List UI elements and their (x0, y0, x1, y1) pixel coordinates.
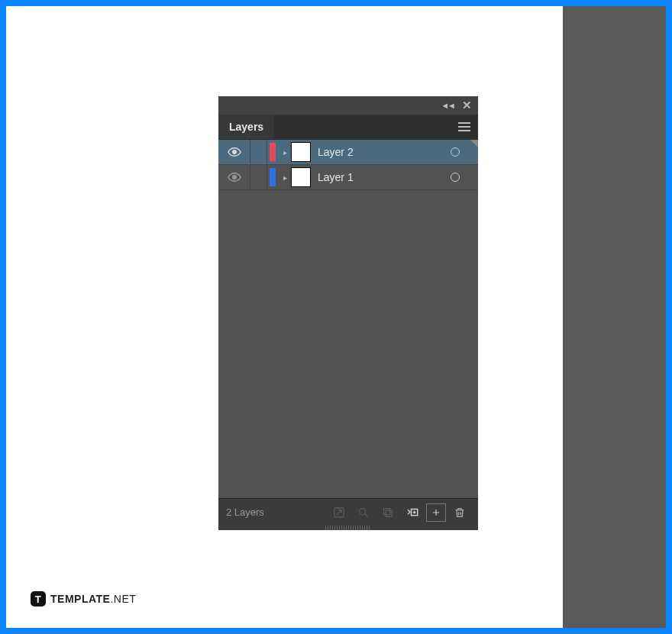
resize-grip[interactable] (325, 526, 371, 530)
layers-panel: ◄◄ ✕ Layers ▸ Layer 2 (218, 96, 478, 530)
watermark: T TEMPLATE.NET (31, 591, 136, 607)
watermark-bold: TEMPLATE (50, 593, 110, 605)
svg-point-3 (360, 508, 366, 514)
layers-list: ▸ Layer 2 ▸ Layer 1 (218, 139, 478, 498)
panel-topbar: ◄◄ ✕ (218, 96, 478, 115)
svg-rect-4 (384, 508, 390, 514)
visibility-toggle[interactable] (218, 165, 250, 189)
watermark-light: .NET (110, 593, 136, 605)
new-sublayer-icon[interactable] (402, 502, 423, 523)
search-icon (353, 502, 374, 523)
expand-toggle[interactable]: ▸ (278, 148, 292, 157)
svg-rect-5 (386, 510, 392, 516)
delete-layer-icon[interactable] (449, 502, 470, 523)
layer-name: Layer 1 (318, 171, 451, 183)
target-icon[interactable] (451, 147, 460, 157)
panel-tab-row: Layers (218, 115, 478, 139)
layer-color-swatch (270, 143, 276, 161)
layer-row[interactable]: ▸ Layer 1 (218, 165, 478, 190)
layer-row[interactable]: ▸ Layer 2 (218, 140, 478, 165)
layer-thumbnail (292, 168, 310, 186)
layer-thumbnail (292, 143, 310, 161)
clipping-mask-icon (377, 502, 399, 523)
tab-layers[interactable]: Layers (218, 115, 274, 139)
collapse-panel-icon[interactable]: ◄◄ (441, 101, 454, 110)
eye-icon (228, 145, 241, 159)
panel-footer: 2 Layers (218, 498, 478, 526)
selection-indicator (470, 140, 478, 147)
document-edge (563, 6, 666, 628)
expand-toggle[interactable]: ▸ (278, 173, 292, 182)
visibility-toggle[interactable] (218, 140, 250, 164)
layer-color-swatch (270, 168, 276, 186)
target-icon[interactable] (451, 173, 460, 182)
tab-label: Layers (229, 121, 263, 133)
layer-count-label: 2 Layers (226, 506, 264, 518)
eye-icon (228, 170, 241, 184)
lock-cell[interactable] (250, 140, 267, 164)
watermark-badge: T (31, 591, 46, 607)
layer-name: Layer 2 (318, 146, 451, 158)
app-frame: ◄◄ ✕ Layers ▸ Layer 2 (6, 6, 666, 628)
new-layer-icon[interactable] (426, 503, 446, 522)
panel-menu-icon[interactable] (458, 122, 470, 131)
svg-point-1 (232, 176, 236, 180)
lock-cell[interactable] (250, 165, 267, 189)
close-panel-icon[interactable]: ✕ (462, 99, 472, 112)
locate-object-icon (328, 502, 350, 523)
svg-point-0 (232, 150, 236, 154)
